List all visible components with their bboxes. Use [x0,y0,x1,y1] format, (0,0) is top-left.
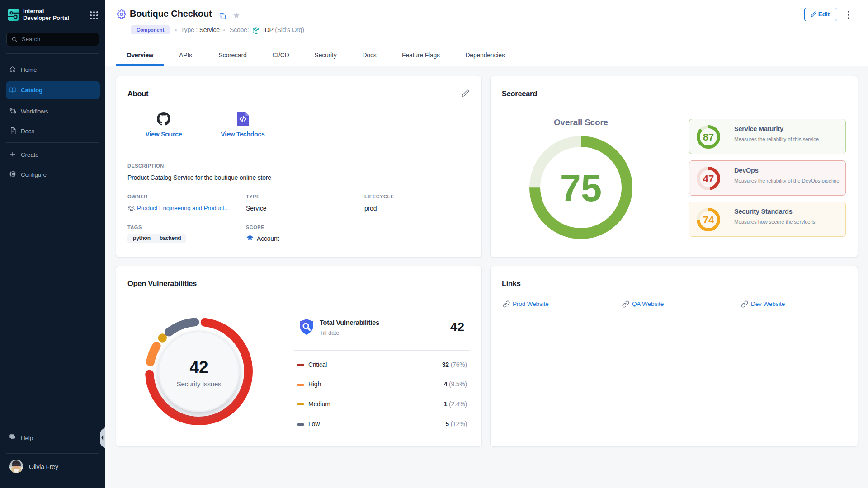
svg-text:75: 75 [560,167,602,209]
svg-text:?: ? [11,435,13,438]
svg-text:74: 74 [703,214,714,225]
svg-text:47: 47 [703,173,714,184]
svg-text:87: 87 [703,131,714,143]
